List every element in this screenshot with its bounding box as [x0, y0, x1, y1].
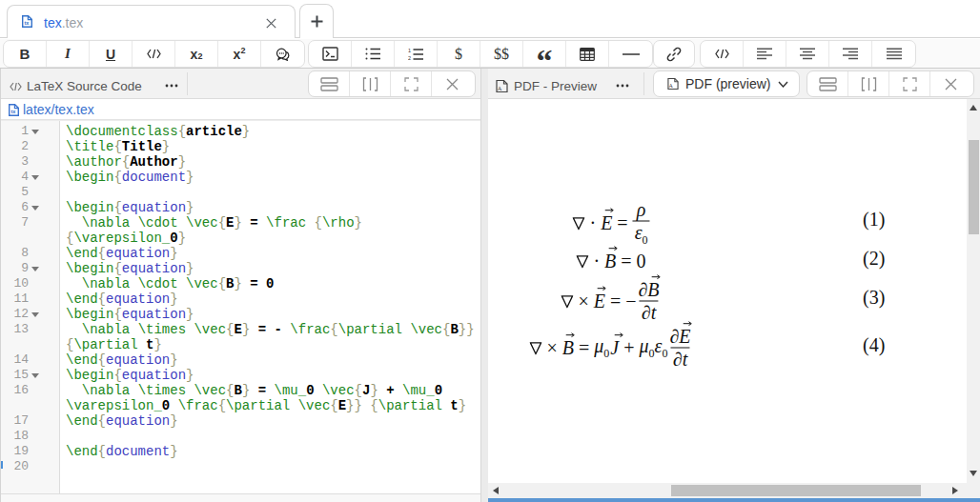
- svg-text:2: 2: [408, 55, 411, 61]
- svg-text:tx: tx: [11, 109, 17, 114]
- svg-text:1: 1: [408, 48, 411, 53]
- svg-text:A: A: [669, 83, 674, 89]
- svg-text:tx: tx: [25, 20, 31, 26]
- svg-text:A: A: [498, 85, 502, 91]
